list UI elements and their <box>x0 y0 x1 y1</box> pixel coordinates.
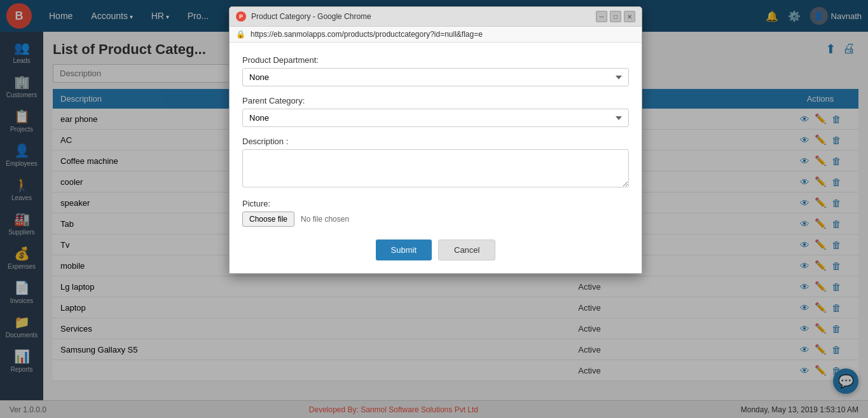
lock-icon: 🔒 <box>236 30 245 39</box>
department-group: Product Department: None <box>242 55 629 86</box>
browser-title-left: P Product Category - Google Chrome <box>236 11 371 22</box>
browser-maximize[interactable]: □ <box>610 11 621 22</box>
picture-label: Picture: <box>242 199 629 208</box>
picture-group: Picture: Choose file No file chosen <box>242 199 629 227</box>
cancel-button[interactable]: Cancel <box>438 239 495 260</box>
browser-titlebar: P Product Category - Google Chrome ─ □ ✕ <box>230 7 642 27</box>
parent-category-group: Parent Category: None <box>242 96 629 127</box>
browser-minimize[interactable]: ─ <box>596 11 607 22</box>
file-chosen-text: No file chosen <box>301 215 349 224</box>
department-select[interactable]: None <box>242 68 629 86</box>
browser-favicon: P <box>236 11 246 22</box>
browser-title-text: Product Category - Google Chrome <box>251 12 371 21</box>
description-input[interactable] <box>242 149 629 187</box>
submit-button[interactable]: Submit <box>376 239 432 260</box>
description-label: Description : <box>242 137 629 146</box>
browser-controls: ─ □ ✕ <box>596 11 635 22</box>
picture-row: Choose file No file chosen <box>242 212 629 227</box>
browser-window: P Product Category - Google Chrome ─ □ ✕… <box>229 6 642 274</box>
dialog-buttons: Submit Cancel <box>242 239 629 260</box>
parent-category-label: Parent Category: <box>242 96 629 105</box>
browser-addressbar: 🔒 https://eb.sanmolapps.com/products/pro… <box>230 27 642 43</box>
parent-category-select[interactable]: None <box>242 109 629 127</box>
choose-file-button[interactable]: Choose file <box>242 212 294 227</box>
description-group: Description : <box>242 137 629 189</box>
browser-url: https://eb.sanmolapps.com/products/produ… <box>251 30 483 39</box>
dialog-form: Product Department: None Parent Category… <box>230 43 642 273</box>
department-label: Product Department: <box>242 55 629 65</box>
browser-close[interactable]: ✕ <box>624 11 635 22</box>
